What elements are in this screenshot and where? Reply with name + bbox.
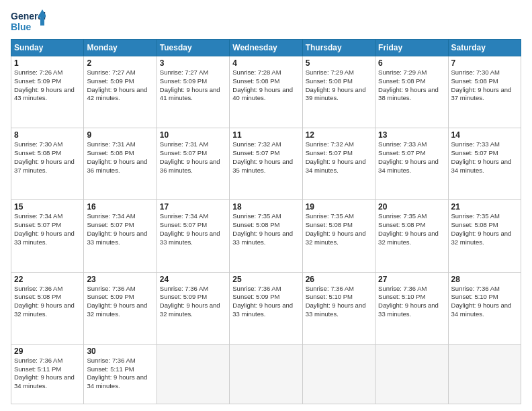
calendar-week-row: 29 Sunrise: 7:36 AMSunset: 5:11 PMDaylig… — [11, 344, 521, 404]
calendar-week-row: 15 Sunrise: 7:34 AMSunset: 5:07 PMDaylig… — [11, 200, 521, 272]
calendar-cell: 5 Sunrise: 7:29 AMSunset: 5:08 PMDayligh… — [302, 56, 375, 128]
calendar-cell: 28 Sunrise: 7:36 AMSunset: 5:10 PMDaylig… — [448, 272, 521, 344]
header: General Blue — [11, 8, 521, 35]
cell-info: Sunrise: 7:36 AMSunset: 5:09 PMDaylight:… — [87, 285, 153, 319]
calendar-cell: 8 Sunrise: 7:30 AMSunset: 5:08 PMDayligh… — [11, 128, 84, 200]
cell-day-number: 25 — [232, 275, 299, 284]
cell-info: Sunrise: 7:36 AMSunset: 5:10 PMDaylight:… — [451, 285, 518, 319]
calendar-cell: 27 Sunrise: 7:36 AMSunset: 5:10 PMDaylig… — [375, 272, 448, 344]
calendar-cell: 20 Sunrise: 7:35 AMSunset: 5:08 PMDaylig… — [375, 200, 448, 272]
calendar-cell: 13 Sunrise: 7:33 AMSunset: 5:07 PMDaylig… — [375, 128, 448, 200]
cell-day-number: 21 — [451, 202, 518, 212]
calendar-cell: 3 Sunrise: 7:27 AMSunset: 5:09 PMDayligh… — [157, 56, 229, 128]
cell-info: Sunrise: 7:35 AMSunset: 5:08 PMDaylight:… — [306, 212, 372, 246]
calendar-cell: 1 Sunrise: 7:26 AMSunset: 5:09 PMDayligh… — [11, 56, 84, 128]
page: General Blue SundayMondayTuesdayWednesda… — [0, 0, 532, 411]
cell-info: Sunrise: 7:36 AMSunset: 5:10 PMDaylight:… — [378, 285, 445, 319]
calendar-cell — [302, 344, 375, 404]
calendar-cell: 11 Sunrise: 7:32 AMSunset: 5:07 PMDaylig… — [230, 128, 302, 200]
calendar-cell: 24 Sunrise: 7:36 AMSunset: 5:09 PMDaylig… — [157, 272, 229, 344]
calendar-cell: 10 Sunrise: 7:31 AMSunset: 5:07 PMDaylig… — [157, 128, 229, 200]
cell-info: Sunrise: 7:29 AMSunset: 5:08 PMDaylight:… — [378, 68, 445, 103]
cell-day-number: 18 — [232, 202, 299, 212]
calendar-cell: 15 Sunrise: 7:34 AMSunset: 5:07 PMDaylig… — [11, 200, 84, 272]
cell-day-number: 23 — [87, 275, 153, 284]
calendar-cell — [157, 344, 229, 404]
cell-day-number: 26 — [306, 275, 372, 284]
cell-day-number: 22 — [14, 275, 81, 284]
cell-day-number: 13 — [378, 130, 445, 140]
cell-info: Sunrise: 7:27 AMSunset: 5:09 PMDaylight:… — [87, 68, 153, 103]
calendar-cell: 29 Sunrise: 7:36 AMSunset: 5:11 PMDaylig… — [11, 344, 84, 404]
cell-info: Sunrise: 7:32 AMSunset: 5:07 PMDaylight:… — [232, 140, 299, 175]
cell-day-number: 9 — [87, 130, 153, 140]
cell-info: Sunrise: 7:31 AMSunset: 5:08 PMDaylight:… — [87, 140, 153, 175]
cell-info: Sunrise: 7:33 AMSunset: 5:07 PMDaylight:… — [378, 140, 445, 175]
cell-day-number: 19 — [306, 202, 372, 212]
cell-day-number: 30 — [87, 347, 153, 356]
cell-info: Sunrise: 7:36 AMSunset: 5:09 PMDaylight:… — [160, 285, 226, 319]
cell-day-number: 10 — [160, 130, 226, 140]
cell-info: Sunrise: 7:36 AMSunset: 5:09 PMDaylight:… — [232, 285, 299, 319]
calendar-cell: 22 Sunrise: 7:36 AMSunset: 5:08 PMDaylig… — [11, 272, 84, 344]
cell-info: Sunrise: 7:34 AMSunset: 5:07 PMDaylight:… — [87, 212, 153, 246]
weekday-header: Monday — [84, 40, 157, 56]
calendar-cell: 12 Sunrise: 7:32 AMSunset: 5:07 PMDaylig… — [302, 128, 375, 200]
calendar-table: SundayMondayTuesdayWednesdayThursdayFrid… — [11, 39, 521, 404]
cell-info: Sunrise: 7:32 AMSunset: 5:07 PMDaylight:… — [306, 140, 372, 175]
cell-day-number: 6 — [378, 58, 445, 68]
cell-info: Sunrise: 7:26 AMSunset: 5:09 PMDaylight:… — [14, 68, 81, 103]
calendar-cell: 17 Sunrise: 7:34 AMSunset: 5:07 PMDaylig… — [157, 200, 229, 272]
cell-info: Sunrise: 7:35 AMSunset: 5:08 PMDaylight:… — [378, 212, 445, 246]
weekday-header: Friday — [375, 40, 448, 56]
cell-info: Sunrise: 7:35 AMSunset: 5:08 PMDaylight:… — [232, 212, 299, 246]
weekday-header: Thursday — [302, 40, 375, 56]
cell-day-number: 7 — [451, 58, 518, 68]
cell-day-number: 4 — [232, 58, 299, 68]
cell-day-number: 1 — [14, 58, 81, 68]
calendar-cell — [375, 344, 448, 404]
cell-day-number: 20 — [378, 202, 445, 212]
cell-day-number: 8 — [14, 130, 81, 140]
cell-day-number: 15 — [14, 202, 81, 212]
calendar-cell: 25 Sunrise: 7:36 AMSunset: 5:09 PMDaylig… — [230, 272, 302, 344]
calendar-cell: 7 Sunrise: 7:30 AMSunset: 5:08 PMDayligh… — [448, 56, 521, 128]
calendar-cell — [230, 344, 302, 404]
calendar-week-row: 1 Sunrise: 7:26 AMSunset: 5:09 PMDayligh… — [11, 56, 521, 128]
cell-info: Sunrise: 7:28 AMSunset: 5:08 PMDaylight:… — [232, 68, 299, 103]
weekday-header: Tuesday — [157, 40, 229, 56]
calendar-week-row: 22 Sunrise: 7:36 AMSunset: 5:08 PMDaylig… — [11, 272, 521, 344]
calendar-cell: 9 Sunrise: 7:31 AMSunset: 5:08 PMDayligh… — [84, 128, 157, 200]
logo-svg: General Blue — [11, 8, 46, 35]
cell-day-number: 12 — [306, 130, 372, 140]
cell-day-number: 28 — [451, 275, 518, 284]
calendar-cell: 16 Sunrise: 7:34 AMSunset: 5:07 PMDaylig… — [84, 200, 157, 272]
cell-info: Sunrise: 7:33 AMSunset: 5:07 PMDaylight:… — [451, 140, 518, 175]
cell-info: Sunrise: 7:31 AMSunset: 5:07 PMDaylight:… — [160, 140, 226, 175]
cell-day-number: 17 — [160, 202, 226, 212]
cell-info: Sunrise: 7:36 AMSunset: 5:11 PMDaylight:… — [14, 357, 81, 391]
cell-day-number: 14 — [451, 130, 518, 140]
calendar-cell: 30 Sunrise: 7:36 AMSunset: 5:11 PMDaylig… — [84, 344, 157, 404]
weekday-header: Saturday — [448, 40, 521, 56]
calendar-cell: 18 Sunrise: 7:35 AMSunset: 5:08 PMDaylig… — [230, 200, 302, 272]
cell-info: Sunrise: 7:35 AMSunset: 5:08 PMDaylight:… — [451, 212, 518, 246]
cell-day-number: 2 — [87, 58, 153, 68]
calendar-cell: 14 Sunrise: 7:33 AMSunset: 5:07 PMDaylig… — [448, 128, 521, 200]
calendar-cell: 4 Sunrise: 7:28 AMSunset: 5:08 PMDayligh… — [230, 56, 302, 128]
calendar-cell: 21 Sunrise: 7:35 AMSunset: 5:08 PMDaylig… — [448, 200, 521, 272]
cell-day-number: 3 — [160, 58, 226, 68]
calendar-cell — [448, 344, 521, 404]
calendar-cell: 23 Sunrise: 7:36 AMSunset: 5:09 PMDaylig… — [84, 272, 157, 344]
cell-info: Sunrise: 7:34 AMSunset: 5:07 PMDaylight:… — [160, 212, 226, 246]
cell-info: Sunrise: 7:34 AMSunset: 5:07 PMDaylight:… — [14, 212, 81, 246]
weekday-header: Wednesday — [230, 40, 302, 56]
calendar-week-row: 8 Sunrise: 7:30 AMSunset: 5:08 PMDayligh… — [11, 128, 521, 200]
svg-text:Blue: Blue — [11, 21, 32, 32]
cell-info: Sunrise: 7:36 AMSunset: 5:08 PMDaylight:… — [14, 285, 81, 319]
calendar-cell: 6 Sunrise: 7:29 AMSunset: 5:08 PMDayligh… — [375, 56, 448, 128]
cell-info: Sunrise: 7:36 AMSunset: 5:11 PMDaylight:… — [87, 357, 153, 391]
cell-day-number: 5 — [306, 58, 372, 68]
cell-info: Sunrise: 7:27 AMSunset: 5:09 PMDaylight:… — [160, 68, 226, 103]
cell-day-number: 24 — [160, 275, 226, 284]
